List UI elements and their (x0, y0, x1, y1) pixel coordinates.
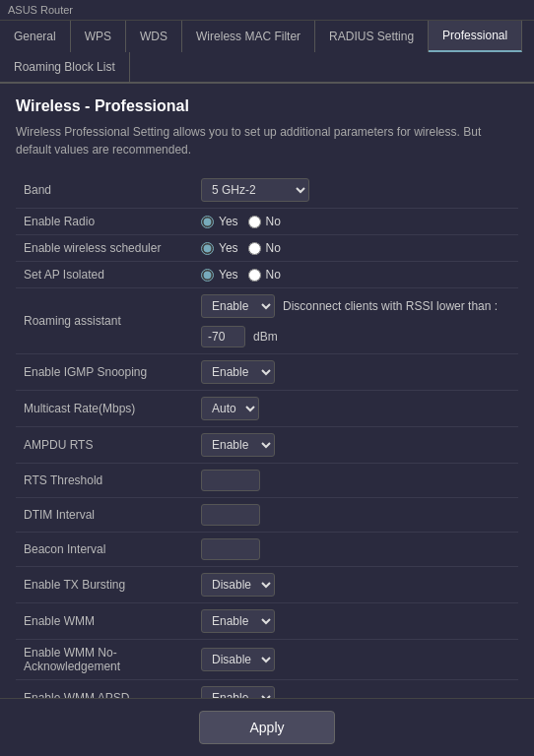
label-beacon-interval: Beacon Interval (16, 533, 193, 567)
select-band[interactable]: 5 GHz-2 2.4 GHz 5 GHz-1 6 GHz (201, 178, 309, 202)
row-band: Band 5 GHz-2 2.4 GHz 5 GHz-1 6 GHz (16, 172, 518, 209)
tab-wps[interactable]: WPS (71, 21, 126, 52)
roaming-rssi-input[interactable] (201, 326, 245, 347)
label-dtim-interval: DTIM Interval (16, 498, 193, 533)
tab-navigation: General WPS WDS Wireless MAC Filter RADI… (0, 21, 534, 84)
main-content: Wireless - Professional Wireless Profess… (0, 84, 534, 756)
input-beacon-interval[interactable]: 100 (201, 538, 260, 560)
select-igmp-snooping[interactable]: Enable Disable (201, 360, 275, 384)
tab-roaming-block-list[interactable]: Roaming Block List (0, 52, 130, 82)
select-wmm-no-ack[interactable]: Disable Enable (201, 648, 275, 671)
radio-group-wireless-scheduler: Yes No (201, 241, 510, 255)
radio-no-scheduler[interactable]: No (248, 241, 281, 255)
tab-wds[interactable]: WDS (126, 21, 182, 52)
page-description: Wireless Professional Setting allows you… (16, 123, 518, 158)
row-wireless-scheduler: Enable wireless scheduler Yes No (16, 235, 518, 262)
label-wmm-no-ack: Enable WMM No-Acknowledgement (16, 640, 193, 680)
input-dtim-interval[interactable]: 1 (201, 504, 260, 526)
dbm-label: dBm (253, 330, 278, 344)
roaming-row-container: Enable Disable Disconnect clients with R… (201, 294, 510, 347)
row-beacon-interval: Beacon Interval 100 (16, 533, 518, 567)
label-ampdu-rts: AMPDU RTS (16, 427, 193, 464)
row-dtim-interval: DTIM Interval 1 (16, 498, 518, 533)
select-multicast-rate[interactable]: Auto 1 6 12 24 (201, 397, 259, 420)
row-ampdu-rts: AMPDU RTS Enable Disable (16, 427, 518, 464)
label-band: Band (16, 172, 193, 209)
row-wmm-no-ack: Enable WMM No-Acknowledgement Disable En… (16, 640, 518, 680)
row-tx-bursting: Enable TX Bursting Disable Enable (16, 567, 518, 603)
tab-general[interactable]: General (0, 21, 71, 52)
apply-button[interactable]: Apply (199, 711, 334, 744)
select-tx-bursting[interactable]: Disable Enable (201, 573, 275, 597)
label-enable-radio: Enable Radio (16, 209, 193, 235)
radio-yes-scheduler[interactable]: Yes (201, 241, 238, 255)
row-ap-isolated: Set AP Isolated Yes No (16, 262, 518, 288)
radio-yes-ap-isolated[interactable]: Yes (201, 268, 238, 282)
settings-table: Band 5 GHz-2 2.4 GHz 5 GHz-1 6 GHz Enabl… (16, 172, 518, 756)
roaming-text: Disconnect clients with RSSI lower than … (283, 299, 498, 313)
radio-group-ap-isolated: Yes No (201, 268, 510, 282)
radio-group-enable-radio: Yes No (201, 215, 510, 228)
radio-yes-enable-radio[interactable]: Yes (201, 215, 238, 228)
tab-wireless-mac-filter[interactable]: Wireless MAC Filter (182, 21, 315, 52)
radio-no-ap-isolated[interactable]: No (248, 268, 281, 282)
row-rts-threshold: RTS Threshold 2347 (16, 464, 518, 498)
label-ap-isolated: Set AP Isolated (16, 262, 193, 288)
select-wmm[interactable]: Enable Disable (201, 609, 275, 633)
row-igmp-snooping: Enable IGMP Snooping Enable Disable (16, 354, 518, 391)
page-title: Wireless - Professional (16, 97, 518, 115)
top-bar: ASUS Router (0, 0, 534, 21)
select-roaming-assistant[interactable]: Enable Disable (201, 294, 275, 318)
label-tx-bursting: Enable TX Bursting (16, 567, 193, 603)
label-wireless-scheduler: Enable wireless scheduler (16, 235, 193, 262)
select-ampdu-rts[interactable]: Enable Disable (201, 433, 275, 457)
row-multicast-rate: Multicast Rate(Mbps) Auto 1 6 12 24 (16, 391, 518, 427)
label-igmp-snooping: Enable IGMP Snooping (16, 354, 193, 391)
label-rts-threshold: RTS Threshold (16, 464, 193, 498)
row-wmm: Enable WMM Enable Disable (16, 603, 518, 640)
label-roaming-assistant: Roaming assistant (16, 288, 193, 354)
input-rts-threshold[interactable]: 2347 (201, 470, 260, 491)
row-roaming-assistant: Roaming assistant Enable Disable Disconn… (16, 288, 518, 354)
tab-professional[interactable]: Professional (429, 21, 522, 52)
row-enable-radio: Enable Radio Yes No (16, 209, 518, 235)
radio-no-enable-radio[interactable]: No (248, 215, 281, 228)
apply-bar: Apply (0, 698, 534, 756)
label-multicast-rate: Multicast Rate(Mbps) (16, 391, 193, 427)
tab-radius-setting[interactable]: RADIUS Setting (315, 21, 429, 52)
label-wmm: Enable WMM (16, 603, 193, 640)
